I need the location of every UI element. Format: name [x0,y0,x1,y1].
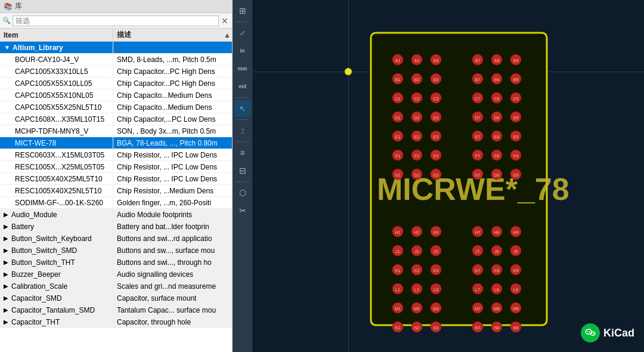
list-item[interactable]: CAPC1005X55X10LL05Chip Capacitor...PC Hi… [0,78,232,89]
mil-button[interactable]: mil [234,78,251,95]
svg-text:L7: L7 [475,288,480,292]
list-item[interactable]: MICT-WE-78BGA, 78-Leads, ..., Pitch 0.80… [0,137,232,149]
toolbar-separator-5 [236,181,249,182]
kicad-logo: KiCad [581,323,634,342]
list-item[interactable]: ▶Button_Switch_KeyboardButtons and swi..… [0,233,232,245]
list-item[interactable]: CAPC1005X55X25NL5T10Chip Capacito...Medi… [0,101,232,113]
svg-text:J2: J2 [414,249,419,254]
list-item[interactable]: RESC1005X40X25ML5T10Chip Resistor, ... I… [0,173,232,185]
svg-text:E9: E9 [513,135,519,139]
list-item[interactable]: MCHP-TDFN-MNY8_VSON, , Body 3x...m, Pitc… [0,125,232,137]
svg-text:N1: N1 [395,326,401,330]
expand-icon: ▶ [2,307,10,313]
zoom-in-label-button[interactable]: in [234,42,251,59]
list-item[interactable]: ▶Buzzer_BeeperAudio signalling devices [0,268,232,280]
svg-point-162 [592,333,593,334]
svg-text:C3: C3 [434,97,439,101]
list-item[interactable]: ▶Capacitor_THTCapacitor, through hole [0,316,232,328]
library-icon: 📚 [4,2,13,11]
svg-text:H8: H8 [494,230,500,234]
svg-text:L8: L8 [494,288,499,292]
svg-text:D7: D7 [475,116,481,120]
list-item[interactable]: ▶Button_Switch_SMDButtons and sw..., sur… [0,245,232,257]
expand-icon: ▶ [2,259,10,265]
expand-icon: ▶ [2,271,10,277]
svg-text:C7: C7 [475,97,481,101]
list-item[interactable]: ▶Calibration_ScaleScales and gri...nd me… [0,280,232,292]
list-item[interactable]: RESC1005X40X25NL5T10Chip Resistor, ...Me… [0,185,232,197]
list-item[interactable]: CAPC1005X33X10LL5Chip Capacitor...PC Hig… [0,66,232,78]
svg-point-161 [589,331,590,332]
svg-text:F1: F1 [395,154,400,158]
list-item[interactable]: ▶Button_Switch_THTButtons and swi..., th… [0,257,232,268]
svg-text:F7: F7 [475,154,480,158]
svg-text:A1: A1 [395,58,401,63]
item-column-header: Item [0,30,113,41]
pcb-svg: MICRWE*_78 A1 A2 A3 B1 B2 B3 C1 C2 C3 D1… [253,0,644,352]
expand-icon: ▶ [2,223,10,230]
svg-text:M7: M7 [475,307,481,311]
svg-text:K1: K1 [395,268,401,273]
zoom-fit-button[interactable]: ⤢ [234,24,251,41]
kicad-label: KiCad [603,327,634,339]
svg-text:H1: H1 [395,230,401,234]
list-item[interactable]: ▶BatteryBattery and bat...lder footprin [0,221,232,233]
svg-text:F9: F9 [513,154,518,158]
svg-text:K9: K9 [513,268,519,273]
list-item[interactable]: ▶Audio_ModuleAudio Module footprints [0,209,232,221]
svg-text:F3: F3 [434,154,438,158]
pcb-canvas-area[interactable]: MICRWE*_78 A1 A2 A3 B1 B2 B3 C1 C2 C3 D1… [253,0,644,352]
svg-text:G7: G7 [475,173,480,177]
svg-text:J3: J3 [434,249,438,254]
list-item[interactable]: BOUR-CAY10-J4_VSMD, 8-Leads, ...m, Pitch… [0,54,232,66]
search-input[interactable] [13,16,219,26]
svg-text:A2: A2 [414,58,420,63]
svg-text:G9: G9 [513,173,518,177]
list-item[interactable]: RESC0603X...X15ML03T05Chip Resistor, ...… [0,149,232,161]
svg-text:E3: E3 [434,135,439,139]
list-item[interactable]: RESC1005X...X25ML05T05Chip Resistor, ...… [0,161,232,173]
list-item[interactable]: ▶Capacitor_SMDCapacitor, surface mount [0,292,232,304]
svg-text:H9: H9 [513,230,519,234]
zoom-mm-button[interactable]: mm [234,60,251,77]
toolbar-separator-4 [236,141,249,142]
layers-button[interactable]: ≡ [234,144,251,161]
svg-text:D1: D1 [395,116,401,120]
svg-text:J8: J8 [494,249,499,254]
svg-text:E2: E2 [414,135,420,139]
list-item[interactable]: CAPC1608X...X35ML10T15Chip Capacitor,...… [0,113,232,125]
svg-text:E8: E8 [494,135,500,139]
grid-tool-button[interactable]: ⊞ [234,2,251,19]
library-panel: 📚 库 🔍 ✕ Item 描述 ▲ ▼Altium_LibraryBOUR-CA… [0,0,233,352]
svg-text:A9: A9 [513,58,519,63]
svg-text:F8: F8 [494,154,499,158]
svg-text:M2: M2 [414,307,420,311]
list-item[interactable]: ▼Altium_Library [0,42,232,54]
cursor-tool-button[interactable]: ↖ [234,100,251,117]
list-item[interactable]: SODIMM-GF-...00-1K-S260Golden finger, ..… [0,197,232,209]
svg-text:F2: F2 [414,154,419,158]
svg-text:M8: M8 [494,307,500,311]
clear-search-button[interactable]: ✕ [220,17,230,25]
svg-text:A3: A3 [434,58,439,63]
wechat-icon [581,323,600,342]
svg-text:J9: J9 [513,249,518,254]
net-button[interactable]: ⬡ [234,184,251,201]
measure-button[interactable]: ⌶ [234,122,251,139]
list-item[interactable]: CAPC1005X55X10NL05Chip Capacito...Medium… [0,89,232,101]
sort-icon[interactable]: ▲ [222,31,232,39]
svg-text:G2: G2 [414,173,419,177]
svg-text:L9: L9 [513,288,518,292]
list-item[interactable]: ▶Capacitor_Tantalum_SMDTantalum Capac...… [0,304,232,316]
toolbar-separator-3 [236,119,249,120]
cut-button[interactable]: ✂ [234,202,251,219]
library-list[interactable]: ▼Altium_LibraryBOUR-CAY10-J4_VSMD, 8-Lea… [0,42,232,352]
panel-header: 📚 库 [0,0,232,13]
expand-icon: ▶ [2,295,10,301]
grid2-button[interactable]: ⊟ [234,162,251,179]
svg-point-163 [593,333,595,334]
svg-text:C9: C9 [513,97,519,101]
svg-text:L1: L1 [395,288,400,292]
svg-text:D8: D8 [494,116,500,120]
svg-text:D9: D9 [513,116,519,120]
